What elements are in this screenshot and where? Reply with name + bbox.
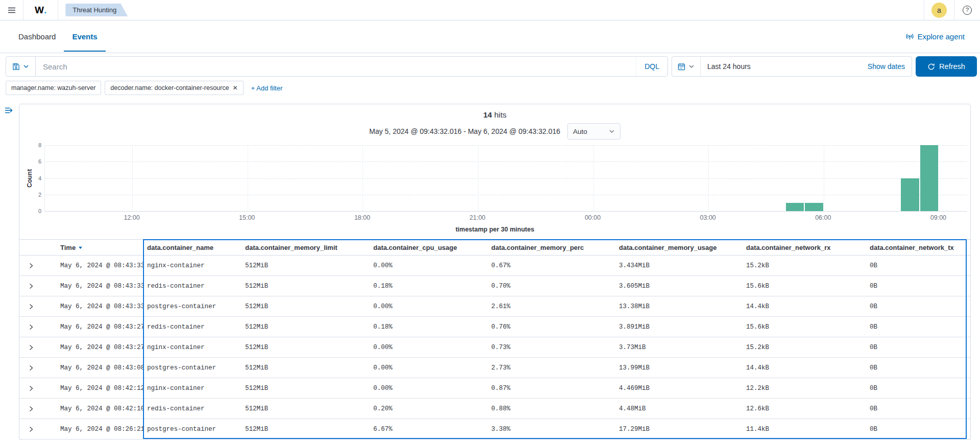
cell-value: 0.87%: [487, 378, 615, 398]
column-header-data-container-network-rx[interactable]: data.container_network_rx: [742, 240, 866, 255]
cell-value: 15.2kB: [742, 256, 866, 275]
cell-value: 13.99MiB: [615, 358, 742, 378]
expand-cell: [19, 358, 42, 378]
cell-value: nginx-container: [143, 337, 241, 357]
table-body: May 6, 2024 @ 08:43:33.081nginx-containe…: [19, 256, 970, 439]
column-header-data-container-cpu-usage[interactable]: data.container_cpu_usage: [369, 240, 487, 255]
cell-value: 3.605MiB: [615, 276, 742, 296]
histogram-bar[interactable]: [786, 203, 804, 211]
collapse-fields-icon[interactable]: [4, 106, 14, 114]
chevron-down-icon: [609, 128, 615, 134]
x-gridline: [363, 145, 363, 211]
expand-row-icon[interactable]: [28, 283, 34, 290]
cell-value: 0.18%: [369, 276, 487, 296]
histogram-bar[interactable]: [920, 145, 939, 211]
column-header-data-container-memory-perc[interactable]: data.container_memory_perc: [487, 240, 615, 255]
histogram-plot: [44, 145, 967, 212]
cell-value: 4.469MiB: [615, 378, 742, 398]
table-row: May 6, 2024 @ 08:43:27.070redis-containe…: [19, 317, 970, 337]
filter-pill-label: manager.name: wazuh-server: [11, 84, 95, 91]
cell-value: 0B: [866, 358, 970, 378]
calendar-icon: [678, 63, 685, 71]
x-tick-label: 03:00: [700, 214, 716, 221]
table-row: May 6, 2024 @ 08:43:33.081postgres-conta…: [19, 296, 970, 317]
x-axis-title: timestamp per 30 minutes: [19, 224, 970, 236]
cell-value: 12.6kB: [742, 399, 866, 419]
table-row: May 6, 2024 @ 08:43:33.081redis-containe…: [19, 276, 970, 296]
expand-row-icon[interactable]: [28, 405, 34, 412]
expand-row-icon[interactable]: [28, 262, 34, 269]
y-tick-label: 2: [38, 192, 41, 198]
help-icon[interactable]: ?: [963, 6, 972, 15]
expand-row-icon[interactable]: [28, 426, 34, 433]
refresh-button[interactable]: Refresh: [916, 56, 977, 77]
x-tick-label: 15:00: [239, 214, 255, 221]
cell-value: 512MiB: [241, 419, 369, 439]
table-row: May 6, 2024 @ 08:43:08.148postgres-conta…: [19, 358, 970, 378]
cell-value: 0.00%: [369, 296, 487, 316]
breadcrumb[interactable]: Threat Hunting: [65, 4, 128, 16]
expand-row-icon[interactable]: [28, 323, 34, 331]
x-tick-label: 18:00: [354, 214, 370, 221]
expand-cell: [19, 378, 42, 398]
filter-pill[interactable]: manager.name: wazuh-server: [6, 81, 101, 95]
y-gridline: [45, 195, 967, 195]
interval-select[interactable]: Auto: [567, 123, 620, 140]
tab-events[interactable]: Events: [64, 21, 105, 52]
x-gridline: [708, 145, 709, 211]
x-tick-label: 12:00: [124, 214, 139, 221]
tab-dashboard[interactable]: Dashboard: [10, 21, 64, 52]
hamburger-menu-icon[interactable]: [0, 0, 23, 20]
add-filter-button[interactable]: + Add filter: [251, 84, 283, 92]
events-histogram: Count 02468 12:0015:0018:0021:0000:0003:…: [19, 145, 970, 236]
expand-row-icon[interactable]: [28, 364, 34, 372]
calendar-button[interactable]: [672, 57, 701, 76]
hits-label: hits: [494, 110, 507, 119]
cell-value: 3.891MiB: [615, 317, 742, 337]
column-header-data-container-network-tx[interactable]: data.container_network_tx: [866, 240, 970, 255]
table-row: May 6, 2024 @ 08:42:12.756nginx-containe…: [19, 378, 970, 399]
show-dates-button[interactable]: Show dates: [868, 62, 912, 71]
column-header-data-container-memory-limit[interactable]: data.container_memory_limit: [241, 240, 369, 255]
column-header-data-container-memory-usage[interactable]: data.container_memory_usage: [615, 240, 742, 255]
hits-summary: 14 hits: [19, 104, 970, 120]
header-expand-spacer: [19, 240, 42, 255]
query-language-button[interactable]: DQL: [636, 57, 667, 76]
avatar[interactable]: a: [931, 3, 947, 18]
cell-value: 0.67%: [487, 256, 615, 275]
expand-cell: [19, 419, 42, 439]
events-table: Timedata.container_namedata.container_me…: [19, 239, 970, 439]
expand-cell: [19, 256, 42, 275]
cell-time: May 6, 2024 @ 08:43:33.081: [42, 276, 143, 296]
column-header-time[interactable]: Time: [42, 240, 143, 255]
explore-agent-button[interactable]: Explore agent: [905, 32, 965, 41]
expand-row-icon[interactable]: [28, 303, 34, 310]
filter-row: manager.name: wazuh-server decoder.name:…: [6, 81, 977, 95]
expand-row-icon[interactable]: [28, 344, 34, 351]
cell-value: 0B: [866, 337, 970, 357]
column-header-data-container-name[interactable]: data.container_name: [143, 240, 241, 255]
column-header-label: data.container_cpu_usage: [373, 244, 457, 251]
expand-row-icon[interactable]: [28, 385, 34, 392]
y-tick-label: 6: [38, 158, 41, 165]
remove-filter-icon[interactable]: ✕: [232, 85, 237, 91]
saved-queries-button[interactable]: [6, 57, 36, 76]
cell-value: 512MiB: [241, 296, 369, 316]
wazuh-logo[interactable]: W.: [23, 0, 58, 20]
events-panel: 14 hits May 5, 2024 @ 09:43:32.016 - May…: [19, 104, 971, 440]
histogram-bar[interactable]: [901, 178, 919, 212]
y-gridline: [45, 178, 967, 179]
time-range-value[interactable]: Last 24 hours: [701, 62, 868, 71]
filter-pill[interactable]: decoder.name: docker-container-resource …: [105, 81, 243, 95]
y-tick-label: 0: [38, 208, 41, 214]
table-row: May 6, 2024 @ 08:42:10.755redis-containe…: [19, 399, 970, 419]
cell-value: 11.4kB: [742, 419, 866, 439]
search-input[interactable]: [36, 62, 636, 71]
cell-value: 15.2kB: [742, 337, 866, 357]
cell-value: 13.38MiB: [615, 296, 742, 316]
cell-value: 12.2kB: [742, 378, 866, 398]
table-row: May 6, 2024 @ 08:26:21.989postgres-conta…: [19, 419, 970, 439]
y-tick-label: 8: [38, 142, 41, 148]
cell-value: 4.48MiB: [615, 399, 742, 419]
histogram-bar[interactable]: [805, 203, 823, 211]
